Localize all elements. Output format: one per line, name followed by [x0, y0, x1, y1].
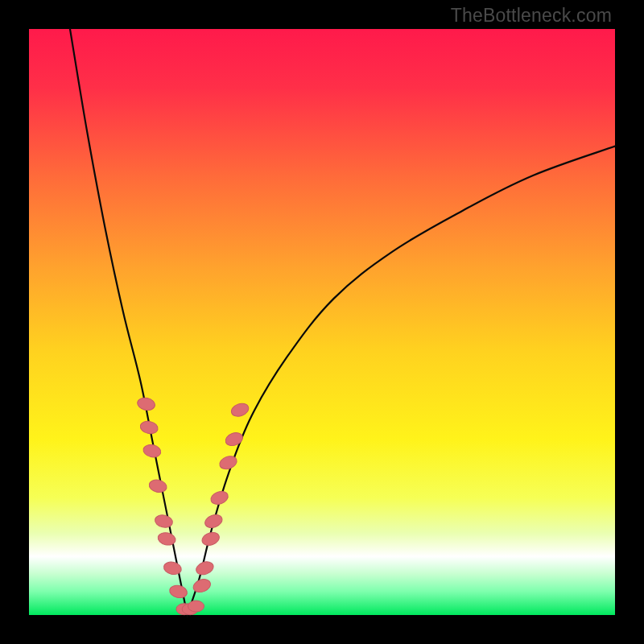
- sample-bead: [229, 401, 250, 419]
- sample-bead: [194, 559, 215, 577]
- sample-markers: [136, 396, 250, 614]
- sample-bead: [136, 396, 156, 411]
- plot-area: [29, 29, 615, 615]
- sample-bead: [154, 514, 174, 529]
- chart-svg: [29, 29, 615, 615]
- bottleneck-curve: [70, 29, 615, 615]
- sample-bead: [200, 530, 221, 548]
- sample-bead: [224, 431, 245, 448]
- sample-bead: [203, 513, 224, 530]
- chart-frame: TheBottleneck.com: [0, 0, 644, 644]
- sample-bead: [142, 444, 163, 459]
- sample-bead: [209, 489, 230, 507]
- watermark-label: TheBottleneck.com: [451, 5, 612, 27]
- sample-bead: [188, 601, 204, 612]
- sample-bead: [168, 584, 188, 599]
- sample-bead: [139, 419, 159, 435]
- sample-bead: [148, 478, 168, 493]
